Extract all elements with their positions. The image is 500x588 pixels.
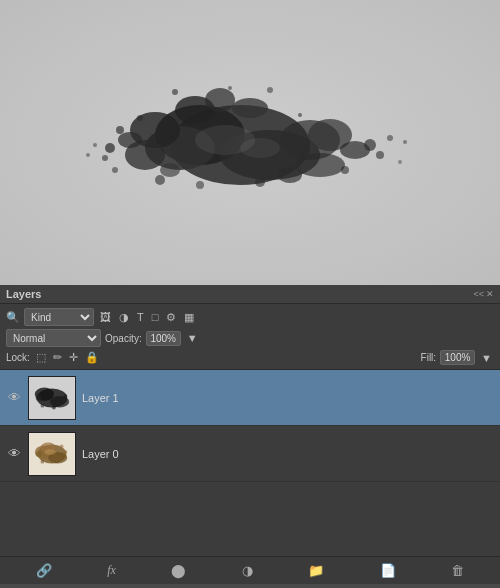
svg-point-54 — [63, 450, 67, 454]
panel-collapse-icons[interactable]: << ✕ — [473, 289, 494, 299]
svg-point-30 — [228, 86, 232, 90]
svg-point-55 — [41, 459, 45, 463]
svg-point-20 — [364, 139, 376, 151]
lock-move-icon[interactable]: ✛ — [67, 350, 80, 365]
visibility-icon-layer0[interactable]: 👁 — [6, 446, 22, 461]
svg-point-14 — [118, 132, 142, 148]
fx-icon[interactable]: fx — [107, 563, 116, 578]
layer-item[interactable]: 👁 Layer 0 — [0, 426, 500, 482]
svg-point-22 — [116, 126, 124, 134]
layer-name-layer1: Layer 1 — [82, 392, 494, 404]
pixel-filter-icon[interactable]: 🖼 — [98, 310, 113, 324]
svg-point-26 — [155, 175, 165, 185]
svg-point-16 — [160, 163, 180, 177]
svg-point-27 — [196, 181, 204, 189]
svg-point-53 — [36, 451, 42, 457]
blend-opacity-row: Normal Opacity: 100% ▼ — [6, 329, 494, 347]
blend-mode-select[interactable]: Normal — [6, 329, 101, 347]
layers-list[interactable]: 👁 Layer 1 👁 — [0, 370, 500, 556]
layer-item[interactable]: 👁 Layer 1 — [0, 370, 500, 426]
canvas-image — [0, 0, 500, 285]
opacity-value[interactable]: 100% — [146, 331, 181, 346]
search-icon: 🔍 — [6, 311, 20, 324]
layers-panel: Layers << ✕ 🔍 Kind 🖼 ◑ T □ ⚙ ▦ Normal — [0, 285, 500, 584]
lock-all-icon[interactable]: 🔒 — [83, 350, 101, 365]
canvas-area — [0, 0, 500, 285]
svg-point-24 — [387, 135, 393, 141]
panel-title: Layers — [6, 288, 41, 300]
shape-filter-icon[interactable]: □ — [150, 310, 161, 324]
svg-point-31 — [267, 87, 273, 93]
svg-point-17 — [278, 167, 302, 183]
svg-point-46 — [52, 405, 56, 409]
type-filter-icon[interactable]: T — [135, 310, 146, 324]
layer-thumbnail-layer1 — [28, 376, 76, 420]
svg-point-12 — [205, 88, 235, 112]
svg-point-21 — [376, 151, 384, 159]
svg-point-45 — [63, 394, 67, 398]
lock-transparent-icon[interactable]: ⬚ — [34, 350, 48, 365]
lock-fill-row: Lock: ⬚ ✏ ✛ 🔒 Fill: 100% ▼ — [6, 350, 494, 365]
kind-select[interactable]: Kind — [24, 308, 94, 326]
svg-point-25 — [341, 166, 349, 174]
panel-header: Layers << ✕ — [0, 285, 500, 304]
visibility-icon-layer1[interactable]: 👁 — [6, 390, 22, 405]
svg-point-28 — [255, 177, 265, 187]
svg-point-10 — [295, 153, 345, 177]
new-layer-icon[interactable]: 📄 — [380, 563, 396, 578]
svg-point-44 — [36, 395, 42, 401]
svg-point-47 — [41, 403, 45, 407]
delete-layer-icon[interactable]: 🗑 — [451, 563, 464, 578]
lock-icons: ⬚ ✏ ✛ 🔒 — [34, 350, 101, 365]
opacity-dropdown-icon[interactable]: ▼ — [185, 331, 200, 345]
extra-filter-icon[interactable]: ▦ — [182, 310, 196, 325]
svg-point-32 — [298, 113, 302, 117]
fill-dropdown-icon[interactable]: ▼ — [479, 351, 494, 365]
svg-point-36 — [403, 140, 407, 144]
smart-filter-icon[interactable]: ⚙ — [164, 310, 178, 325]
kind-row: 🔍 Kind 🖼 ◑ T □ ⚙ ▦ — [6, 308, 494, 326]
opacity-label: Opacity: — [105, 333, 142, 344]
svg-point-19 — [102, 155, 108, 161]
layer-name-layer0: Layer 0 — [82, 448, 494, 460]
group-layers-icon[interactable]: 📁 — [308, 563, 324, 578]
svg-point-39 — [240, 138, 280, 158]
svg-point-56 — [60, 444, 64, 448]
panel-controls: 🔍 Kind 🖼 ◑ T □ ⚙ ▦ Normal Opacity: 100% … — [0, 304, 500, 370]
layer-thumbnail-layer0 — [28, 432, 76, 476]
svg-point-18 — [105, 143, 115, 153]
fill-value[interactable]: 100% — [440, 350, 475, 365]
lock-paint-icon[interactable]: ✏ — [51, 350, 64, 365]
collapse-icon[interactable]: << — [473, 289, 484, 299]
svg-point-43 — [50, 396, 69, 407]
svg-point-33 — [137, 115, 143, 121]
svg-point-34 — [93, 143, 97, 147]
svg-point-23 — [112, 167, 118, 173]
add-mask-icon[interactable]: ⬤ — [171, 563, 186, 578]
svg-point-35 — [86, 153, 90, 157]
adjustment-filter-icon[interactable]: ◑ — [117, 310, 131, 325]
bottom-toolbar: 🔗 fx ⬤ ◑ 📁 📄 🗑 — [0, 556, 500, 584]
lock-label: Lock: — [6, 352, 30, 363]
fill-label: Fill: — [421, 352, 437, 363]
close-icon[interactable]: ✕ — [486, 289, 494, 299]
svg-point-37 — [398, 160, 402, 164]
adjustment-icon[interactable]: ◑ — [242, 563, 253, 578]
svg-point-57 — [44, 449, 55, 455]
link-layers-icon[interactable]: 🔗 — [36, 563, 52, 578]
svg-point-13 — [232, 98, 268, 118]
svg-point-29 — [172, 89, 178, 95]
